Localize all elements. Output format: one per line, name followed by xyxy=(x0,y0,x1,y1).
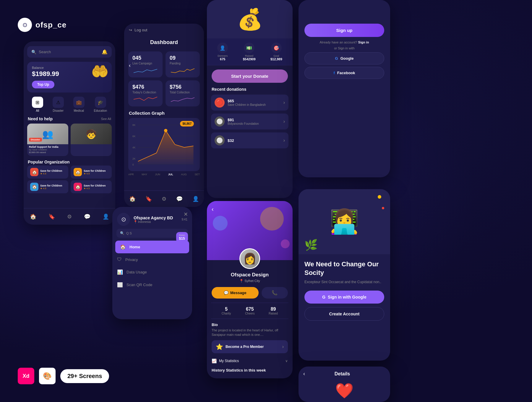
search-input[interactable]: Search xyxy=(39,50,99,54)
dash-nav-settings[interactable]: ⚙ xyxy=(162,196,166,202)
donation-item-2[interactable]: ⚪ $91 Bidyanondo Foundation › xyxy=(211,114,288,129)
create-account-button[interactable]: Create Account xyxy=(304,307,384,321)
org-name-4: Save for Children xyxy=(84,184,106,187)
screen4-profile: ‹ 👩 Ofspace Design 📍 Sylhet City 💬 Messa… xyxy=(207,201,293,378)
dash-nav-home[interactable]: 🏠 xyxy=(129,196,136,202)
heart-icon: ❤️ xyxy=(299,382,390,399)
nav-profile-icon[interactable]: 👤 xyxy=(103,213,109,220)
google-signin-change-button[interactable]: G Sign in with Google xyxy=(304,291,384,304)
donation-name-2: Bidyanondo Foundation xyxy=(228,122,259,125)
live-campaign-label: Live Campaign xyxy=(132,62,158,65)
signin-link[interactable]: Sign in xyxy=(358,40,369,44)
search-bar[interactable]: 🔍 Search 🔔 xyxy=(27,46,112,58)
cheers-stat: 675 Cheers xyxy=(245,307,254,315)
start-donate-button[interactable]: Start your Donate xyxy=(212,69,288,83)
disaster-badge: Disaster xyxy=(29,138,42,142)
nav-chat-icon[interactable]: 💬 xyxy=(84,213,90,220)
pending-number: 09 xyxy=(170,55,196,61)
org-item-1[interactable]: 🏠 Save for Children ★ 4.5 xyxy=(27,166,68,179)
dash-nav-profile[interactable]: 👤 xyxy=(192,196,199,202)
logout-row[interactable]: ↪ Log out xyxy=(124,24,204,36)
nav-home-icon[interactable]: 🏠 xyxy=(30,213,36,220)
screen5-auth: Sign up Already have an account? Sign in… xyxy=(299,0,390,177)
card-sub-1: by Save Children xyxy=(29,148,66,151)
details-back-button[interactable]: ‹ xyxy=(303,371,305,377)
signup-button[interactable]: Sign up xyxy=(304,24,384,37)
donate-stats-row: 👤 Donners 675 💵 Raised $542909 🎯 Goal $1… xyxy=(207,38,293,65)
drawer-home-icon: 🏠 xyxy=(120,244,126,250)
notification-bell-icon[interactable]: 🔔 xyxy=(102,49,108,55)
drawer-menu-scan-qr[interactable]: ⬜ Scan QR Code xyxy=(112,278,192,291)
org-avatar-2: 🏠 xyxy=(74,168,82,176)
topup-button[interactable]: Top Up xyxy=(32,81,54,88)
recent-donations-title: Recent donations xyxy=(212,87,288,92)
drawer-menu-data-usage[interactable]: 📊 Data Usage xyxy=(112,266,192,278)
pro-label: Become a Pro Member xyxy=(226,345,264,349)
screen6-change: 👩‍💻 🌿 We Need to Change Our Socity Excep… xyxy=(299,189,390,361)
google-signin-button[interactable]: G Google xyxy=(304,52,384,64)
screens-badge: 29+ Screens xyxy=(60,369,109,383)
category-tabs: ⊞ All ⚠ Disaster 💼 Medical 🎓 Education xyxy=(27,97,112,112)
stat-live-campaign: 045 Live Campaign xyxy=(128,51,163,77)
collection-graph-title: Collection Graph xyxy=(129,111,199,116)
donation-amount-3: $32 xyxy=(228,138,234,143)
my-statistics-menu-item[interactable]: 📈 My Statistics ∨ xyxy=(212,356,288,366)
category-disaster[interactable]: ⚠ Disaster xyxy=(53,97,64,112)
change-title: We Need to Change Our Socity xyxy=(304,260,384,277)
dash-nav-bookmark[interactable]: 🔖 xyxy=(145,196,152,202)
statistics-arrow-icon: ∨ xyxy=(285,359,288,363)
drawer-home-label: Home xyxy=(129,245,140,249)
profile-back-button[interactable]: ‹ xyxy=(212,206,214,213)
campaign-card-1[interactable]: 👥 Disaster Relief Support for India by S… xyxy=(27,124,68,156)
donation-item-3[interactable]: ⚪ $32 › xyxy=(211,132,288,148)
drawer-scan-qr-label: Scan QR Code xyxy=(126,283,152,287)
drawer-menu-home[interactable]: 🏠 Home xyxy=(115,241,189,253)
category-medical[interactable]: 💼 Medical xyxy=(73,97,85,112)
dash-nav-chat[interactable]: 💬 xyxy=(176,196,183,202)
nav-settings-icon[interactable]: ⚙ xyxy=(67,213,72,220)
org-name-1: Save for Children xyxy=(40,169,62,172)
drawer-user-name: Ofspace Agancy BD xyxy=(134,215,173,220)
education-icon: 🎓 xyxy=(95,97,106,108)
drawer-close-button[interactable]: ✕ xyxy=(184,211,188,218)
pro-member-banner[interactable]: ⭐ Become a Pro Member › xyxy=(212,340,288,353)
campaign-card-2[interactable]: 🧒 xyxy=(71,124,112,156)
donation-item-1[interactable]: 🔴 $65 Save Children in Bangladesh › xyxy=(211,95,288,111)
message-button[interactable]: 💬 Message xyxy=(212,287,259,299)
org-rating-4: ★ 4.5 xyxy=(84,187,106,190)
drawer-data-usage-label: Data Usage xyxy=(126,270,147,274)
nav-bookmark-icon[interactable]: 🔖 xyxy=(48,213,55,220)
org-rating-1: ★ 4.5 xyxy=(40,172,62,175)
medical-icon: 💼 xyxy=(73,97,85,108)
drawer-balance-val: $15 xyxy=(179,236,185,241)
brand-header: ⊙ ofsp_ce xyxy=(18,18,66,32)
donors-icon: 👤 xyxy=(217,43,228,53)
graph-month-labels: APRMAYJUNJULAUGSET xyxy=(128,173,200,176)
category-all-label: All xyxy=(36,109,39,112)
org-item-4[interactable]: 🏠 Save for Children ★ 4.5 xyxy=(71,180,112,193)
drawer-privacy-label: Privacy xyxy=(125,257,138,262)
org-item-3[interactable]: 🏠 Save for Children ★ 4.5 xyxy=(27,180,68,193)
org-rating-3: ★ 4.5 xyxy=(40,187,62,190)
category-all[interactable]: ⊞ All xyxy=(32,97,43,112)
details-header: ‹ Details xyxy=(299,367,390,381)
drawer-privacy-icon: 🛡 xyxy=(117,257,122,262)
drawer-balance-mini: Balan $15 xyxy=(176,232,188,242)
org-item-2[interactable]: 🏠 Save for Children ★ 4.5 xyxy=(71,166,112,179)
drawer-user-avatar: ⊙ xyxy=(117,213,130,226)
live-campaign-number: 045 xyxy=(132,55,158,61)
donation-arrow-1: › xyxy=(283,100,285,105)
back-button[interactable]: ‹ xyxy=(129,62,131,69)
bio-title: Bio xyxy=(212,322,288,327)
today-collection-amount: $476 xyxy=(132,84,158,90)
facebook-signin-button[interactable]: f Facebook xyxy=(304,67,384,79)
see-all-button[interactable]: See All xyxy=(101,117,111,121)
drawer-menu-privacy[interactable]: 🛡 Privacy xyxy=(112,253,192,266)
call-button[interactable]: 📞 xyxy=(262,287,288,299)
bottom-badges: Xd 🎨 29+ Screens xyxy=(18,368,109,384)
donation-name-1: Save Children in Bangladesh xyxy=(228,103,266,106)
category-education[interactable]: 🎓 Education xyxy=(94,97,107,112)
stat-pending: 09 Panding xyxy=(166,51,200,77)
screen3-donate: 💰 👤 Donners 675 💵 Raised $542909 🎯 Goal … xyxy=(207,0,293,198)
donation-arrow-3: › xyxy=(283,138,285,143)
